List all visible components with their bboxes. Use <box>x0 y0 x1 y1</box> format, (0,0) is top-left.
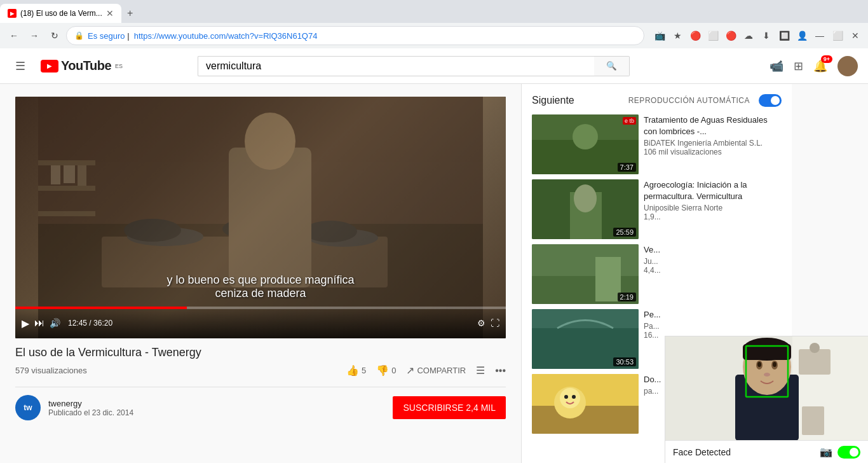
svg-rect-29 <box>532 406 639 434</box>
autoplay-label: REPRODUCCIÓN AUTOMÁTICA <box>628 96 750 105</box>
new-tab-button[interactable]: + <box>121 4 139 22</box>
tab-close-button[interactable]: ✕ <box>106 9 114 18</box>
share-label: COMPARTIR <box>417 366 466 375</box>
sidebar-video-title-4: Pe... <box>644 309 782 321</box>
search-input[interactable] <box>198 56 594 76</box>
autoplay-controls: REPRODUCCIÓN AUTOMÁTICA <box>628 94 782 107</box>
maximize-icon[interactable]: ⬜ <box>830 28 845 43</box>
channel-info: twenergy Publicado el 23 dic. 2014 <box>48 399 133 417</box>
thumbs-up-icon: 👍 <box>346 364 359 377</box>
ext2-icon[interactable]: ⬜ <box>705 28 721 43</box>
svg-point-32 <box>564 395 568 399</box>
ext3-icon[interactable]: 🔴 <box>723 28 738 43</box>
user-avatar[interactable] <box>837 56 858 76</box>
thumbs-down-icon: 👎 <box>376 364 389 377</box>
cast-icon[interactable]: 📺 <box>652 28 667 43</box>
youtube-logo-text: YouTube <box>61 59 111 73</box>
reload-button[interactable]: ↻ <box>46 27 64 45</box>
close-window-icon[interactable]: ✕ <box>848 28 863 43</box>
ext6-icon[interactable]: 🔲 <box>776 28 792 43</box>
svg-point-48 <box>764 373 770 377</box>
sidebar-video-channel-1: BiDATEK Ingeniería Ambiental S.L. <box>644 139 782 148</box>
thumb-visual-5 <box>532 374 639 434</box>
video-content: y lo bueno es que produce magnífica ceni… <box>0 84 521 463</box>
add-to-playlist-button[interactable]: ☰ <box>476 364 485 377</box>
video-visual <box>15 97 506 338</box>
svg-rect-11 <box>38 160 95 165</box>
channel-avatar[interactable]: tw <box>15 395 41 420</box>
sidebar-thumb-5 <box>532 374 639 434</box>
sidebar-video-channel-3: Ju... <box>644 257 782 266</box>
volume-button[interactable]: 🔊 <box>50 318 60 328</box>
svg-rect-16 <box>78 165 86 186</box>
video-meta-bar: 579 visualizaciones 👍 5 👎 0 ↗ COMPARTIR <box>15 364 506 377</box>
channel-name[interactable]: twenergy <box>48 399 133 408</box>
apps-button[interactable]: ⊞ <box>794 59 803 73</box>
upload-button[interactable]: 📹 <box>770 59 783 73</box>
ext5-icon[interactable]: ⬇ <box>759 28 774 43</box>
sidebar-video-2[interactable]: 25:59 Agroecología: Iniciación a la perm… <box>532 179 782 239</box>
dislike-button[interactable]: 👎 0 <box>376 364 396 377</box>
tab-favicon: ▶ <box>8 9 17 18</box>
sidebar-video-1[interactable]: 7:37 e tb Tratamiento de Aguas Residuale… <box>532 114 782 174</box>
star-icon[interactable]: ★ <box>670 28 685 43</box>
sidebar-video-channel-2: Uniposible Sierra Norte <box>644 204 782 212</box>
sidebar-thumb-1: 7:37 e tb <box>532 114 639 174</box>
search-button[interactable]: 🔍 <box>594 56 630 76</box>
address-text: Es seguro | https://www.youtube.com/watc… <box>88 31 636 41</box>
browser-chrome: ▶ (18) El uso de la Verm... ✕ + ← → ↻ 🔒 … <box>0 0 868 48</box>
youtube-logo-icon <box>41 60 58 73</box>
tab-title: (18) El uso de la Verm... <box>20 9 102 18</box>
fullscreen-button[interactable]: ⛶ <box>491 318 499 328</box>
thumb-duration-2: 25:59 <box>613 228 636 237</box>
thumb-duration-3: 2:19 <box>618 293 636 301</box>
video-time: 12:45 / 36:20 <box>68 319 112 328</box>
autoplay-toggle[interactable] <box>759 94 782 107</box>
svg-point-6 <box>124 219 181 242</box>
address-bar[interactable]: 🔒 Es seguro | https://www.youtube.com/wa… <box>66 26 644 45</box>
svg-point-22 <box>574 184 597 212</box>
sidebar-video-views-1: 106 mil visualizaciones <box>644 148 782 156</box>
svg-rect-15 <box>64 165 75 183</box>
skip-button[interactable]: ⏭ <box>34 317 44 329</box>
sidebar-video-views-3: 4,4... <box>644 266 782 275</box>
video-frame: y lo bueno es que produce magnífica ceni… <box>15 97 506 338</box>
sidebar-video-info-1: Tratamiento de Aguas Residuales con lomb… <box>644 114 782 174</box>
sidebar-thumb-2: 25:59 <box>532 179 639 239</box>
face-detection-overlay: Face Detected 📷 <box>665 336 868 463</box>
sidebar-video-info-2: Agroecología: Iniciación a la permacultu… <box>644 179 782 239</box>
svg-point-38 <box>810 343 820 353</box>
more-options-button[interactable]: ••• <box>495 365 506 377</box>
minimize-icon[interactable]: — <box>812 28 827 43</box>
share-button[interactable]: ↗ COMPARTIR <box>406 364 466 377</box>
back-button[interactable]: ← <box>5 27 23 45</box>
youtube-logo[interactable]: YouTubeES <box>41 59 123 73</box>
like-button[interactable]: 👍 5 <box>346 364 366 377</box>
ext4-icon[interactable]: ☁ <box>741 28 756 43</box>
forward-button[interactable]: → <box>25 27 43 45</box>
face-detection-toggle[interactable] <box>837 446 860 459</box>
youtube-lang-label: ES <box>115 63 123 69</box>
subscribe-button[interactable]: SUSCRIBIRSE 2,4 MIL <box>393 396 506 419</box>
sidebar-video-3[interactable]: 2:19 Ve... Ju... 4,4... <box>532 244 782 304</box>
hamburger-menu[interactable]: ☰ <box>10 54 31 78</box>
svg-rect-13 <box>38 211 95 216</box>
sidebar-thumb-3: 2:19 <box>532 244 639 304</box>
notifications-button[interactable]: 🔔 9+ <box>813 59 827 73</box>
svg-point-46 <box>757 362 761 367</box>
settings-icon[interactable]: ⚙ <box>477 318 485 328</box>
sidebar-header: Siguiente REPRODUCCIÓN AUTOMÁTICA <box>532 94 782 107</box>
address-url: https://www.youtube.com/watch?v=RlQ36N61… <box>134 31 318 41</box>
sidebar-video-info-3: Ve... Ju... 4,4... <box>644 244 782 304</box>
ext1-icon[interactable]: 🔴 <box>688 28 703 43</box>
svg-rect-14 <box>51 165 60 184</box>
video-player[interactable]: y lo bueno es que produce magnífica ceni… <box>15 97 506 338</box>
active-tab[interactable]: ▶ (18) El uso de la Verm... ✕ <box>0 4 121 23</box>
browser-toolbar: ← → ↻ 🔒 Es seguro | https://www.youtube.… <box>0 23 868 48</box>
face-detected-text: Face Detected <box>673 447 815 457</box>
account-icon[interactable]: 👤 <box>794 28 810 43</box>
face-camera-icon[interactable]: 📷 <box>820 446 832 458</box>
sidebar-video-title-2: Agroecología: Iniciación a la permacultu… <box>644 179 782 202</box>
video-actions: 👍 5 👎 0 ↗ COMPARTIR ☰ ••• <box>346 364 506 377</box>
play-button[interactable]: ▶ <box>22 317 29 329</box>
